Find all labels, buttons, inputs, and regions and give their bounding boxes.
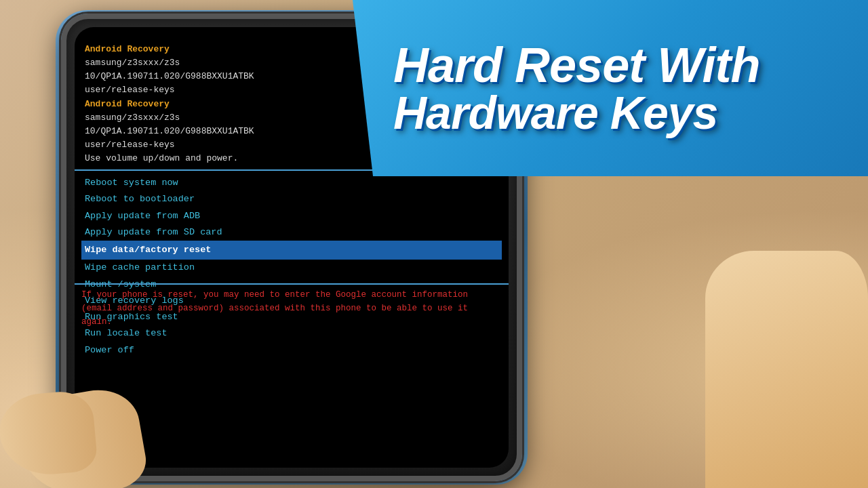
android-recovery-label-2: Android Recovery: [85, 99, 170, 109]
recovery-menu: Reboot system now Reboot to bootloader A…: [81, 175, 502, 359]
build-info-1: 10/QP1A.190711.020/G988BXXU1ATBK: [85, 71, 254, 81]
build-info-2: 10/QP1A.190711.020/G988BXXU1ATBK: [85, 126, 254, 136]
finger-right: [705, 251, 868, 488]
title-overlay: Hard Reset With Hardware Keys: [353, 0, 868, 176]
keys-info-1: user/release-keys: [85, 85, 175, 95]
menu-reboot-system[interactable]: Reboot system now: [81, 175, 502, 191]
android-recovery-label-1: Android Recovery: [85, 44, 170, 54]
device-info-1: samsung/z3sxxx/z3s: [85, 58, 180, 68]
menu-wipe-cache[interactable]: Wipe cache partition: [81, 260, 502, 276]
keys-info-2: user/release-keys: [85, 140, 175, 150]
screen-divider-bottom: [75, 283, 509, 285]
menu-power-off[interactable]: Power off: [81, 342, 502, 359]
warning-text: If your phone is reset, you may need to …: [81, 288, 502, 329]
title-line1: Hard Reset With: [393, 41, 841, 89]
menu-apply-sd[interactable]: Apply update from SD card: [81, 224, 502, 241]
scene: Android Recovery samsung/z3sxxx/z3s 10/Q…: [0, 0, 868, 488]
title-line2: Hardware Keys: [393, 89, 841, 136]
volume-instruction: Use volume up/down and power.: [85, 153, 238, 163]
device-info-2: samsung/z3sxxx/z3s: [85, 113, 180, 123]
menu-reboot-bootloader[interactable]: Reboot to bootloader: [81, 191, 502, 207]
menu-wipe-data[interactable]: Wipe data/factory reset: [81, 241, 502, 260]
menu-apply-adb[interactable]: Apply update from ADB: [81, 208, 502, 224]
